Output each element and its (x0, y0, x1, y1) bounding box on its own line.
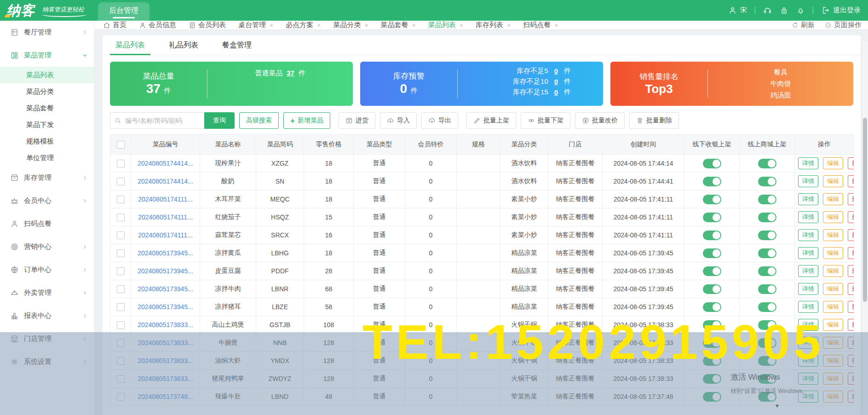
row-checkbox[interactable] (117, 339, 125, 347)
batch-price-button[interactable]: 批量改价 (575, 112, 625, 129)
row-checkbox[interactable] (117, 267, 125, 275)
select-all-checkbox[interactable] (117, 141, 125, 149)
dish-code-link[interactable]: 20240805173945... (138, 267, 193, 275)
edit-button[interactable]: 编辑 (823, 283, 843, 295)
row-checkbox[interactable] (117, 321, 125, 329)
edit-button[interactable]: 编辑 (823, 355, 843, 367)
sidebar-item-members[interactable]: 会员中心 (0, 189, 94, 212)
tab-table-manage[interactable]: 桌台管理× (238, 21, 273, 29)
detail-button[interactable]: 详情 (798, 265, 818, 277)
stock-count-link[interactable]: 0 (554, 67, 558, 75)
scroll-down-arrow-icon[interactable]: ▼ (775, 403, 780, 409)
tab-dish-category[interactable]: 菜品分类× (333, 21, 368, 29)
edit-button[interactable]: 编辑 (823, 391, 843, 403)
pos-on-shelf-toggle[interactable] (703, 195, 721, 204)
tab-dish-combo[interactable]: 菜品套餐× (381, 21, 416, 29)
pos-on-shelf-toggle[interactable] (703, 338, 721, 348)
dish-code-link[interactable]: 20240805174111... (138, 213, 193, 221)
pos-on-shelf-toggle[interactable] (703, 177, 721, 186)
delete-button[interactable]: 删除 (848, 229, 854, 241)
delete-button[interactable]: 删除 (848, 337, 854, 349)
dish-code-link[interactable]: 20240805173945... (138, 285, 193, 293)
headset-icon[interactable] (763, 6, 772, 15)
stock-count-link[interactable]: 0 (554, 78, 558, 86)
add-dish-button[interactable]: +新增菜品 (283, 112, 330, 129)
submenu-item-dish-category[interactable]: 菜品分类 (0, 83, 94, 100)
dish-code-link[interactable]: 20240805174414... (138, 160, 193, 167)
sidebar-item-stores[interactable]: 门店管理 (0, 327, 94, 350)
submenu-item-unit-manage[interactable]: 单位管理 (0, 150, 94, 166)
row-checkbox[interactable] (117, 303, 125, 311)
delete-button[interactable]: 删除 (848, 301, 854, 313)
submenu-item-dish-list[interactable]: 菜品列表 (0, 67, 94, 83)
delete-button[interactable]: 删除 (848, 193, 854, 205)
edit-button[interactable]: 编辑 (823, 229, 843, 241)
pos-on-shelf-toggle[interactable] (703, 266, 721, 276)
tab-scan-order[interactable]: 扫码点餐× (523, 21, 558, 29)
sidebar-item-orders[interactable]: 订单中心 (0, 258, 94, 281)
tab-stock-list[interactable]: 库存列表× (476, 21, 511, 29)
edit-button[interactable]: 编辑 (823, 301, 843, 313)
close-icon[interactable]: × (507, 22, 511, 29)
stock-count-link[interactable]: 0 (554, 88, 558, 96)
delete-button[interactable]: 删除 (848, 157, 854, 169)
close-icon[interactable]: × (317, 22, 321, 29)
submenu-item-dish-publish[interactable]: 菜品下发 (0, 116, 94, 133)
lock-icon[interactable] (780, 6, 788, 15)
mall-on-shelf-toggle[interactable] (758, 213, 776, 222)
mall-on-shelf-toggle[interactable] (758, 302, 776, 312)
edit-button[interactable]: 编辑 (823, 247, 843, 259)
page-actions-button[interactable]: 页面操作 (825, 21, 862, 29)
close-icon[interactable]: × (412, 22, 416, 29)
dish-code-link[interactable]: 20240805174111... (138, 231, 193, 239)
batch-delete-button[interactable]: 批量删除 (629, 112, 679, 129)
dish-code-link[interactable]: 20240805173748... (138, 393, 193, 400)
edit-button[interactable]: 编辑 (823, 265, 843, 277)
nav-tab-backstage[interactable]: 后台管理 (98, 2, 149, 21)
mall-on-shelf-toggle[interactable] (758, 195, 776, 204)
logout-button[interactable]: 退出登录 (821, 6, 861, 15)
mall-on-shelf-toggle[interactable] (758, 159, 776, 168)
advanced-search-button[interactable]: 高级搜索 (239, 112, 279, 129)
search-input[interactable] (110, 112, 204, 129)
user-menu[interactable]: 宋 (728, 6, 747, 15)
delete-button[interactable]: 删除 (848, 247, 854, 259)
dish-code-link[interactable]: 20240805173833... (138, 375, 193, 382)
pos-on-shelf-toggle[interactable] (703, 320, 721, 330)
export-button[interactable]: 导出 (421, 112, 458, 129)
tab-must-order-plan[interactable]: 必点方案× (286, 21, 321, 29)
edit-button[interactable]: 编辑 (823, 193, 843, 205)
sidebar-item-settings[interactable]: 系统设置 (0, 350, 94, 373)
mall-on-shelf-toggle[interactable] (758, 231, 776, 240)
mall-on-shelf-toggle[interactable] (758, 266, 776, 276)
row-checkbox[interactable] (117, 213, 125, 221)
dish-code-link[interactable]: 20240805173833... (138, 339, 193, 346)
tab-dish-list[interactable]: 菜品列表× (428, 21, 463, 29)
detail-button[interactable]: 详情 (798, 211, 818, 223)
detail-button[interactable]: 详情 (798, 193, 818, 205)
dish-code-link[interactable]: 20240805173833... (138, 321, 193, 329)
mall-on-shelf-toggle[interactable] (758, 284, 776, 294)
sidebar-item-restaurant[interactable]: 餐厅管理 (0, 21, 94, 44)
dish-code-link[interactable]: 20240805173945... (138, 303, 193, 311)
pos-on-shelf-toggle[interactable] (703, 356, 721, 366)
dish-code-link[interactable]: 20240805173833... (138, 357, 193, 364)
pos-on-shelf-toggle[interactable] (703, 213, 721, 222)
detail-button[interactable]: 详情 (798, 175, 818, 187)
row-checkbox[interactable] (117, 357, 125, 365)
detail-button[interactable]: 详情 (798, 355, 818, 367)
edit-button[interactable]: 编辑 (823, 211, 843, 223)
batch-on-shelf-button[interactable]: 批量上架 (466, 112, 516, 129)
pos-on-shelf-toggle[interactable] (703, 231, 721, 240)
close-icon[interactable]: × (364, 22, 368, 29)
mall-on-shelf-toggle[interactable] (758, 338, 776, 348)
normal-dish-count-link[interactable]: 37 (287, 69, 294, 77)
dish-code-link[interactable]: 20240805174414... (138, 178, 193, 185)
row-checkbox[interactable] (117, 231, 125, 239)
subtab-gift-list[interactable]: 礼品列表 (169, 35, 198, 55)
detail-button[interactable]: 详情 (798, 283, 818, 295)
delete-button[interactable]: 删除 (848, 391, 854, 403)
close-icon[interactable]: × (460, 22, 463, 29)
submenu-item-dish-combo[interactable]: 菜品套餐 (0, 100, 94, 116)
row-checkbox[interactable] (117, 249, 125, 257)
